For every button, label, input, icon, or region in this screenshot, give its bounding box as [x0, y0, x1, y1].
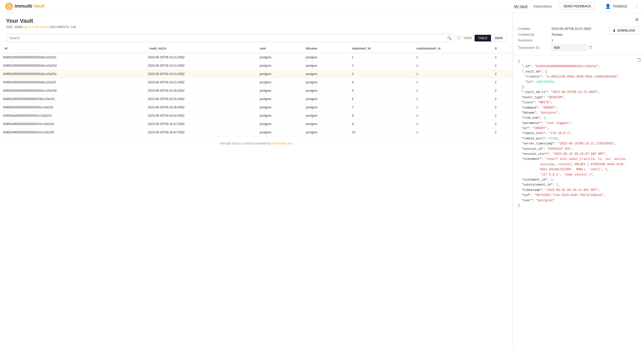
right-panel: ✕ Created: 2023-06-26T06:16:21.000Z Crea…: [513, 13, 644, 347]
user-section: 👤 TOMASZ: [605, 4, 627, 9]
cell-dbname: postgres: [303, 53, 349, 62]
json-viewer: ❐ { "_id": "64992d350000000000000033dcc1…: [513, 55, 644, 347]
table-row[interactable]: 64992d4400000000000340cc15e232 2023-06-2…: [0, 103, 512, 112]
my-vault-link[interactable]: My Vault: [514, 4, 527, 8]
cell-user: postgres: [257, 95, 303, 103]
cell-user: postgres: [257, 128, 303, 137]
table-row[interactable]: 64992d4f000000000000342cc15e235 2023-06-…: [0, 128, 512, 137]
table-row[interactable]: 64992d3f000000000000033fcc15e231 2023-06…: [0, 95, 512, 103]
col-substatement-id: substatement_id: [413, 44, 492, 53]
created-by-label: Created by:: [518, 33, 548, 36]
cell-ti: 2: [492, 70, 512, 78]
col-ts: _vault_md.ts: [145, 44, 256, 53]
cell-substatement-id: 1: [413, 128, 492, 137]
table-row[interactable]: 64992d35000000000000033dcc15e22f 2023-06…: [0, 78, 512, 87]
cell-dbname: postgres: [303, 128, 349, 137]
cell-substatement-id: 1: [413, 70, 492, 78]
search-icon: 🔍: [447, 36, 452, 40]
cell-dbname: postgres: [303, 70, 349, 78]
table-row[interactable]: 64992d4a0000000000341cc15e233 2023-06-26…: [0, 112, 512, 120]
cell-ti: 2: [492, 128, 512, 137]
search-input-wrap: 🔍: [6, 34, 454, 42]
close-panel-button[interactable]: ✕: [635, 17, 639, 23]
cell-user: postgres: [257, 87, 303, 95]
cell-id: 64992d4f000000000000342cc15e235: [0, 128, 145, 137]
cell-statement-id: 1: [349, 53, 413, 62]
cell-ts: 2023-06-26T06:16:47.000Z: [145, 120, 256, 128]
cell-statement-id: 6: [349, 95, 413, 103]
cell-dbname: postgres: [303, 78, 349, 87]
json-content: { "_id": "64992d350000000000000033dcc15e…: [518, 59, 639, 208]
app-logo: immudb Vault: [5, 2, 45, 10]
cell-statement-id: 9: [349, 120, 413, 128]
table-view-button[interactable]: TABLE: [475, 35, 491, 41]
table-row[interactable]: 64992d4f000000000000342cc15e234 2023-06-…: [0, 120, 512, 128]
footer-link[interactable]: Codenotary Inc.: [271, 142, 293, 145]
created-label: Created:: [518, 27, 548, 31]
search-input[interactable]: [6, 34, 454, 42]
cell-user: postgres: [257, 70, 303, 78]
info-icon[interactable]: ⓘ: [457, 35, 461, 41]
cell-ti: 2: [492, 103, 512, 112]
cell-statement-id: 2: [349, 62, 413, 70]
json-view-button[interactable]: JSON: [491, 35, 506, 41]
cell-ti: 2: [492, 62, 512, 70]
revisions-value: 1: [551, 38, 592, 42]
cell-id: 64992d35000000000000033dcc15e22c: [0, 53, 145, 62]
cell-substatement-id: 1: [413, 103, 492, 112]
left-panel: Your Vault SIZE: 49MB (up to 5 GB is fre…: [0, 13, 513, 347]
cell-user: postgres: [257, 78, 303, 87]
cell-ti: 2: [492, 120, 512, 128]
created-by-value: Tomasz: [551, 33, 592, 36]
cell-id: 64992d4f000000000000342cc15e234: [0, 120, 145, 128]
cell-ti: 2: [492, 78, 512, 87]
cell-ti: 2: [492, 87, 512, 95]
cell-dbname: postgres: [303, 87, 349, 95]
vault-meta: SIZE: 49MB (up to 5 GB is free) DOCUMENT…: [6, 25, 506, 29]
more-menu-icon[interactable]: ⋮: [634, 4, 639, 9]
table-row[interactable]: 64992d35000000000000033dcc15e22e 2023-06…: [0, 70, 512, 78]
table-body: 64992d35000000000000033dcc15e22c 2023-06…: [0, 53, 512, 137]
cell-ts: 2023-06-26T06:16:21.000Z: [145, 53, 256, 62]
copy-txn-button[interactable]: ❐: [589, 46, 592, 50]
cell-id: 64992d3f000000000000033fcc15e231: [0, 95, 145, 103]
vault-size: SIZE: 49MB: [6, 25, 22, 29]
logo-icon: [5, 2, 13, 10]
cell-statement-id: 3: [349, 70, 413, 78]
cell-ti: 2: [492, 53, 512, 62]
txn-id-label: Transaction ID:: [518, 46, 548, 49]
cell-ts: 2023-06-26T06:16:21.000Z: [145, 70, 256, 78]
cell-ts: 2023-06-26T06:16:21.000Z: [145, 78, 256, 87]
cell-dbname: postgres: [303, 120, 349, 128]
cell-user: postgres: [257, 62, 303, 70]
col-user: user: [257, 44, 303, 53]
txn-id-input: [551, 44, 587, 51]
cell-substatement-id: 1: [413, 95, 492, 103]
doc-details: Created: 2023-06-26T06:16:21.000Z Create…: [513, 23, 644, 55]
cell-substatement-id: 1: [413, 62, 492, 70]
table-header: _id _vault_md.ts user dbname statement_i…: [0, 44, 512, 53]
instructions-link[interactable]: Instructions: [534, 4, 552, 8]
cell-dbname: postgres: [303, 112, 349, 120]
footer-note: immudb Vault is a service provided by Co…: [0, 137, 512, 150]
cell-substatement-id: 1: [413, 120, 492, 128]
cell-ti: 2: [492, 112, 512, 120]
copy-json-button[interactable]: ❐: [637, 58, 640, 63]
table-row[interactable]: 64992d35000000000000033dcc15e22c 2023-06…: [0, 53, 512, 62]
table-row[interactable]: 64992d35000000000000033dcc15e22d 2023-06…: [0, 62, 512, 70]
cell-id: 64992d35000000000000033dcc15e22f: [0, 78, 145, 87]
send-feedback-button[interactable]: SEND FEEDBACK: [560, 3, 595, 10]
cell-statement-id: 7: [349, 103, 413, 112]
vault-header: Your Vault SIZE: 49MB (up to 5 GB is fre…: [0, 13, 512, 32]
footer-text: immudb Vault is a service provided by: [220, 142, 270, 145]
cell-substatement-id: 1: [413, 78, 492, 87]
cell-dbname: postgres: [303, 62, 349, 70]
data-table-wrap: _id _vault_md.ts user dbname statement_i…: [0, 44, 512, 347]
cell-id: 64992d35000000000000033dcc15e22d: [0, 62, 145, 70]
svg-point-2: [8, 6, 10, 7]
download-button[interactable]: ⬇ DOWNLOAD: [609, 27, 639, 34]
view-label: VIEW: [463, 36, 472, 40]
cell-statement-id: 8: [349, 112, 413, 120]
cell-user: postgres: [257, 120, 303, 128]
table-row[interactable]: 64992d3a000000000000033ecc15e230 2023-06…: [0, 87, 512, 95]
